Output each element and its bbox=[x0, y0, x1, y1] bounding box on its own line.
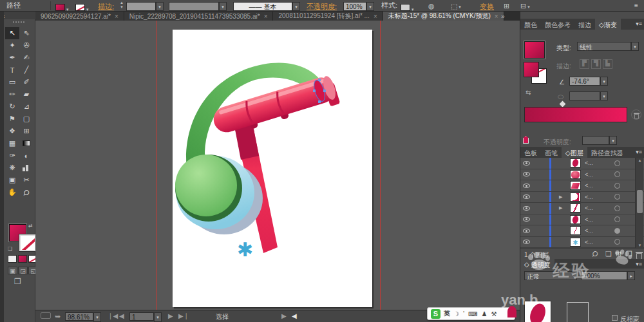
pen-tool[interactable]: ✒ bbox=[5, 52, 19, 64]
perspective-grid-tool[interactable]: ⊞ bbox=[19, 125, 33, 137]
blend-tool[interactable]: ◐ bbox=[19, 149, 33, 162]
stroke-within-icon[interactable]: ▛ bbox=[580, 59, 589, 69]
visibility-toggle[interactable] bbox=[520, 194, 532, 199]
transparency-menu-icon[interactable]: ▾≡ bbox=[636, 259, 644, 269]
wrench-icon[interactable]: ⚒ bbox=[491, 310, 497, 317]
pencil-tool[interactable]: ✏ bbox=[5, 88, 19, 100]
panel-dock-icon[interactable]: ≡ bbox=[634, 2, 638, 9]
panel-tab[interactable]: 画笔 bbox=[541, 147, 562, 158]
zoom-field[interactable]: 98.61% bbox=[65, 312, 93, 321]
blend-mode-field[interactable]: 正常 bbox=[524, 271, 577, 280]
tab-close-icon[interactable]: × bbox=[264, 13, 268, 20]
mask-thumbnail-slot[interactable] bbox=[567, 302, 589, 322]
brush-definition-dropdown[interactable]: ▾ bbox=[292, 2, 300, 11]
target-circle[interactable] bbox=[614, 216, 620, 222]
type-value[interactable]: 线性 bbox=[577, 42, 631, 51]
document-tab[interactable]: 未标题-15* @ 98.61% (CMYK/预览)× bbox=[383, 12, 504, 21]
visibility-toggle[interactable] bbox=[520, 161, 532, 166]
object-thumbnail[interactable] bbox=[524, 301, 551, 322]
punct-icon[interactable]: ’ bbox=[463, 310, 464, 317]
layer-label[interactable]: <... bbox=[585, 227, 593, 234]
stop-opacity-dropdown[interactable]: ▾ bbox=[609, 136, 617, 145]
scale-tool[interactable]: ⊿ bbox=[19, 100, 33, 113]
tab-overflow-button[interactable]: » bbox=[501, 13, 505, 20]
ime-bar[interactable]: S 英 ☽’⌨♟⚒ bbox=[427, 307, 515, 320]
invert-mask-checkbox[interactable] bbox=[612, 315, 618, 321]
target-circle[interactable] bbox=[614, 239, 620, 245]
selection-tool[interactable]: ↖ bbox=[5, 27, 19, 39]
width-profile-dropdown[interactable]: ▾ bbox=[219, 2, 227, 11]
zoom-tool[interactable]: Ϙ bbox=[19, 186, 33, 198]
tools-drag-handle[interactable] bbox=[13, 21, 26, 23]
layer-row[interactable]: <... bbox=[520, 180, 644, 192]
draw-normal-icon[interactable]: ▣ bbox=[8, 267, 17, 274]
stroke-along-icon[interactable]: ▜ bbox=[591, 59, 601, 69]
rectangle-tool[interactable]: ▭ bbox=[5, 76, 19, 88]
layer-label[interactable]: <... bbox=[585, 216, 593, 223]
layer-row[interactable]: <... bbox=[520, 169, 644, 181]
prev-artboard-button[interactable]: ◀ bbox=[119, 312, 124, 319]
panel-tab[interactable]: 路径查找器 bbox=[587, 147, 627, 158]
document-setup-icon[interactable]: ◍ bbox=[428, 2, 435, 10]
stroke-weight-field[interactable] bbox=[126, 2, 156, 11]
visibility-toggle[interactable] bbox=[520, 240, 532, 244]
aspect-dropdown[interactable]: ▾ bbox=[600, 91, 608, 100]
artboard-field[interactable]: 1 bbox=[129, 312, 154, 321]
magic-wand-tool[interactable]: ✦ bbox=[5, 39, 19, 52]
layer-label[interactable]: <... bbox=[585, 182, 593, 189]
layer-thumbnail[interactable] bbox=[570, 181, 581, 190]
visibility-toggle[interactable] bbox=[520, 184, 532, 188]
isolate-selection-icon[interactable]: ⬚ ▾ bbox=[451, 2, 461, 10]
layers-scrollbar[interactable]: ▲ ▼ bbox=[635, 158, 643, 248]
angle-dropdown[interactable]: ▾ bbox=[600, 77, 608, 86]
stroke-link[interactable]: 描边: bbox=[98, 2, 114, 12]
status-left-arrow[interactable]: ◀ bbox=[292, 312, 297, 319]
target-circle[interactable] bbox=[614, 160, 620, 166]
expand-arrow-icon[interactable]: ▶ bbox=[559, 205, 562, 211]
free-transform-tool[interactable]: ▢ bbox=[19, 113, 33, 125]
layer-thumbnail[interactable] bbox=[570, 204, 581, 213]
gradient-stop[interactable] bbox=[523, 136, 529, 144]
layer-thumbnail[interactable] bbox=[570, 170, 581, 179]
target-circle[interactable] bbox=[614, 205, 620, 211]
distribute-icon[interactable]: ⊟ ▾ bbox=[520, 2, 530, 10]
column-graph-tool[interactable] bbox=[19, 162, 33, 174]
swap-fill-stroke-icon[interactable]: ⇄ bbox=[28, 223, 33, 229]
new-layer-icon[interactable]: ❐ bbox=[626, 250, 632, 258]
layer-thumbnail[interactable] bbox=[570, 193, 581, 202]
slice-tool[interactable]: ✂ bbox=[19, 174, 33, 186]
document-tab[interactable]: Nipic_22289708_20190415114739533085.ai*× bbox=[124, 12, 274, 21]
target-circle[interactable] bbox=[614, 171, 620, 177]
panel-toggle-icon[interactable]: ◇ bbox=[524, 261, 529, 269]
layer-row[interactable]: <... bbox=[520, 225, 644, 237]
tab-close-icon[interactable]: × bbox=[115, 13, 118, 20]
keyboard-icon[interactable]: ⌨ bbox=[468, 310, 477, 317]
panel-menu-icon[interactable]: ▾≡ bbox=[636, 147, 644, 158]
target-circle[interactable] bbox=[614, 228, 620, 234]
panel-tab[interactable]: 颜色 bbox=[520, 19, 541, 30]
shape-builder-tool[interactable]: ❖ bbox=[5, 125, 19, 137]
ime-lang-toggle[interactable]: 英 bbox=[444, 309, 450, 318]
layer-label[interactable]: <... bbox=[585, 160, 593, 166]
transparency-header[interactable]: ◇透明度 ▾≡ bbox=[520, 259, 644, 269]
tp-opacity-stepper[interactable]: ▸ bbox=[627, 271, 635, 280]
stroke-across-icon[interactable]: ▙ bbox=[603, 59, 612, 69]
default-fill-stroke-icon[interactable]: ❏ bbox=[8, 246, 12, 252]
type-tool[interactable]: T bbox=[5, 64, 19, 76]
next-artboard-button[interactable]: ▶ bbox=[168, 312, 173, 319]
brush-definition-field[interactable]: —— 基本 bbox=[233, 2, 292, 11]
angle-field[interactable]: -74.6° bbox=[569, 77, 600, 86]
draw-behind-icon[interactable]: ◲ bbox=[18, 267, 28, 274]
gradient-stroke-proxy-front[interactable] bbox=[524, 62, 539, 77]
lasso-tool[interactable]: ✇ bbox=[19, 39, 33, 52]
screen-mode-icon[interactable]: ❐ bbox=[14, 277, 21, 286]
opacity-field[interactable]: 100% bbox=[343, 2, 366, 11]
zoom-dropdown[interactable]: ▾ bbox=[93, 312, 101, 322]
scroll-down-icon[interactable]: ▼ bbox=[636, 243, 644, 247]
color-button[interactable] bbox=[8, 255, 17, 263]
reverse-gradient-icon[interactable]: ⇆ bbox=[526, 89, 531, 96]
layer-label[interactable]: <... bbox=[585, 205, 593, 211]
paintbrush-tool[interactable]: ✐ bbox=[19, 76, 33, 88]
gradient-tool[interactable] bbox=[19, 137, 33, 149]
gradient-fill-proxy[interactable] bbox=[524, 41, 545, 59]
